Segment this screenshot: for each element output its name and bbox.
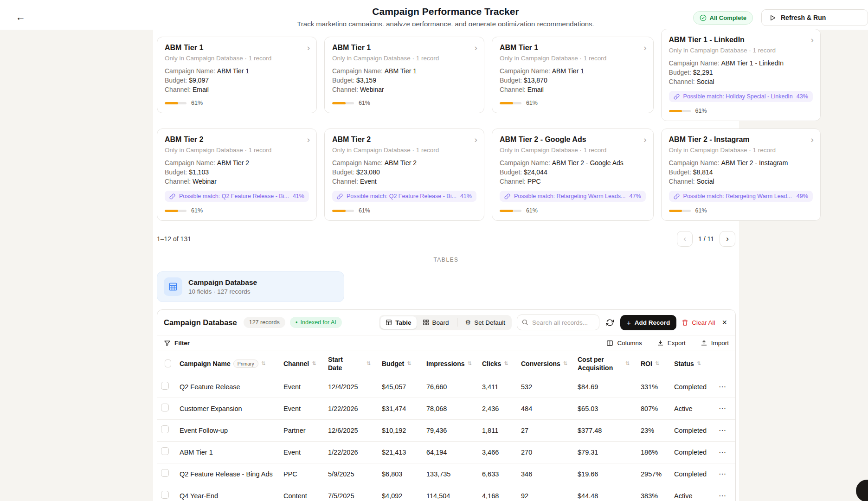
column-label: Clicks (482, 360, 501, 367)
chevron-right-icon[interactable]: › (307, 135, 310, 144)
progress-fill (332, 210, 346, 212)
filter-button[interactable]: Filter (164, 340, 190, 347)
row-actions-menu[interactable]: ⋯ (715, 421, 735, 440)
sort-icon[interactable]: ⇅ (312, 360, 316, 366)
campaign-card[interactable]: ABM Tier 2 › Only in Campaign Database ·… (324, 128, 484, 221)
records-count-pill: 127 records (244, 317, 285, 328)
search-input[interactable] (517, 315, 599, 330)
tab-board-view[interactable]: Board (418, 316, 454, 329)
close-panel-button[interactable]: × (720, 317, 729, 328)
chevron-right-icon[interactable]: › (811, 35, 814, 44)
cell-impressions: 78,068 (423, 399, 478, 418)
card-meta: Only in Campaign Database · 1 record (669, 147, 813, 154)
chevron-right-icon[interactable]: › (307, 43, 310, 52)
possible-match-chip[interactable]: Possible match: Retargeting Warm Lead...… (669, 191, 813, 202)
chevron-right-icon[interactable]: › (643, 135, 646, 144)
download-icon (657, 340, 664, 347)
row-actions-menu[interactable]: ⋯ (715, 378, 735, 396)
possible-match-chip[interactable]: Possible match: Retargeting Warm Leads..… (500, 191, 646, 202)
card-meta: Only in Campaign Database · 1 record (500, 147, 646, 154)
campaign-card[interactable]: ABM Tier 1 - LinkedIn › Only in Campaign… (661, 29, 821, 121)
cell-clicks: 6,633 (478, 465, 517, 483)
row-checkbox[interactable] (161, 491, 169, 499)
next-page-button[interactable]: › (720, 231, 735, 247)
top-header-bar: ← Campaign Performance Tracker Track mar… (0, 0, 868, 30)
chevron-right-icon[interactable]: › (475, 43, 477, 52)
column-header-roi[interactable]: ROI ⇅ (637, 356, 670, 371)
campaign-card[interactable]: ABM Tier 2 › Only in Campaign Database ·… (157, 128, 317, 221)
column-header-status[interactable]: Status ⇅ (670, 356, 715, 371)
refresh-run-label: Refresh & Run (781, 14, 826, 21)
campaign-card[interactable]: ABM Tier 1 › Only in Campaign Database ·… (492, 37, 654, 113)
campaign-card[interactable]: ABM Tier 1 › Only in Campaign Database ·… (157, 37, 317, 113)
main-content: ABM Tier 1 › Only in Campaign Database ·… (153, 26, 739, 501)
row-checkbox[interactable] (161, 425, 169, 433)
floating-action-button[interactable] (856, 480, 868, 501)
table-row[interactable]: Q4 Year-End Content 7/5/2025 $4,092 114,… (157, 485, 735, 501)
row-checkbox[interactable] (161, 404, 169, 411)
sort-icon[interactable]: ⇅ (467, 360, 471, 366)
table-body: Q2 Feature Release Event 12/4/2025 $45,0… (157, 376, 735, 501)
campaign-card[interactable]: ABM Tier 2 - Google Ads › Only in Campai… (492, 128, 654, 221)
table-row[interactable]: Customer Expansion Event 1/22/2026 $31,4… (157, 398, 735, 420)
column-header-clicks[interactable]: Clicks ⇅ (478, 356, 517, 371)
campaign-card[interactable]: ABM Tier 1 › Only in Campaign Database ·… (324, 37, 484, 113)
column-header-start-date[interactable]: Start Date ⇅ (324, 352, 378, 376)
progress-label: 61% (191, 207, 203, 214)
row-actions-menu[interactable]: ⋯ (715, 399, 735, 418)
sort-icon[interactable]: ⇅ (697, 360, 701, 366)
possible-match-chip[interactable]: Possible match: Q2 Feature Release - Bi.… (165, 191, 309, 202)
table-row[interactable]: Q2 Feature Release - Bing Ads PPC 5/9/20… (157, 463, 735, 485)
row-actions-menu[interactable]: ⋯ (715, 465, 735, 483)
possible-match-chip[interactable]: Possible match: Q2 Feature Release - Bi.… (332, 191, 476, 202)
column-header-conversions[interactable]: Conversions ⇅ (517, 356, 574, 371)
set-default-button[interactable]: ⚙ Set Default (460, 316, 510, 329)
match-percent: 41% (293, 193, 304, 199)
column-header-campaign-name[interactable]: Campaign Name Primary ⇅ (176, 356, 280, 372)
clear-all-button[interactable]: Clear All (682, 319, 715, 326)
possible-match-chip[interactable]: Possible match: Holiday Special - Linked… (669, 91, 813, 102)
row-checkbox[interactable] (161, 469, 169, 477)
column-label: Conversions (521, 360, 560, 367)
sort-icon[interactable]: ⇅ (261, 360, 265, 366)
chevron-right-icon[interactable]: › (475, 135, 477, 144)
column-header-budget[interactable]: Budget ⇅ (378, 356, 423, 371)
table-row[interactable]: ABM Tier 1 Event 1/22/2026 $21,413 64,19… (157, 442, 735, 463)
campaign-card[interactable]: ABM Tier 2 - Instagram › Only in Campaig… (661, 128, 821, 221)
tab-table-view[interactable]: Table (380, 316, 416, 329)
indexed-ai-label: Indexed for AI (301, 319, 336, 326)
export-button[interactable]: Export (657, 340, 686, 347)
row-checkbox[interactable] (161, 382, 169, 390)
match-progress: 61% (165, 100, 309, 106)
add-record-button[interactable]: + Add Record (620, 315, 676, 330)
sort-icon[interactable]: ⇅ (504, 360, 508, 366)
sort-icon[interactable]: ⇅ (655, 360, 659, 366)
row-actions-menu[interactable]: ⋯ (715, 443, 735, 462)
table-row[interactable]: Event Follow-up Partner 12/6/2025 $10,19… (157, 420, 735, 442)
cell-budget: $10,192 (378, 421, 423, 440)
column-header-channel[interactable]: Channel ⇅ (280, 356, 324, 371)
prev-page-button[interactable]: ‹ (677, 231, 693, 247)
columns-button[interactable]: Columns (606, 340, 642, 347)
import-button[interactable]: Import (701, 340, 729, 347)
sort-icon[interactable]: ⇅ (407, 360, 411, 366)
sort-icon[interactable]: ⇅ (563, 360, 567, 366)
sort-icon[interactable]: ⇅ (366, 360, 371, 366)
chevron-right-icon[interactable]: › (811, 135, 814, 144)
row-actions-menu[interactable]: ⋯ (715, 487, 735, 501)
refresh-run-button[interactable]: Refresh & Run (761, 9, 868, 26)
table-row[interactable]: Q2 Feature Release Event 12/4/2025 $45,0… (157, 376, 735, 398)
green-dot-icon: ● (296, 321, 298, 324)
row-checkbox[interactable] (161, 447, 169, 455)
cell-roi: 2957% (637, 465, 670, 483)
database-card[interactable]: Campaign Database 10 fields · 127 record… (157, 271, 344, 302)
progress-fill (332, 102, 346, 104)
sort-icon[interactable]: ⇅ (625, 360, 630, 366)
chevron-right-icon[interactable]: › (643, 43, 646, 52)
refresh-icon-button[interactable] (604, 317, 615, 328)
progress-label: 61% (359, 207, 370, 214)
cell-channel: Event (280, 443, 324, 462)
select-all-checkbox[interactable] (165, 360, 171, 367)
column-header-cost-per-acquisition[interactable]: Cost per Acquisition ⇅ (574, 352, 637, 376)
column-header-impressions[interactable]: Impressions ⇅ (423, 356, 478, 371)
